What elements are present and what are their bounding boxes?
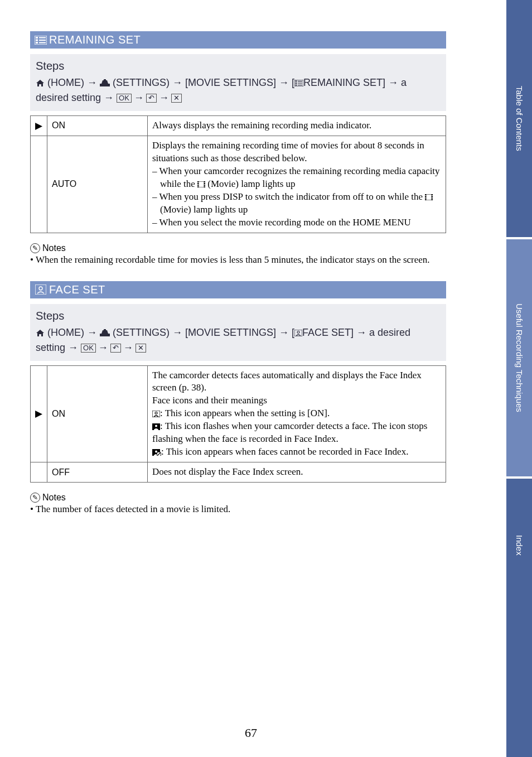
setting-desc: Displays the remaining recording time of…: [148, 136, 446, 233]
svg-point-41: [155, 412, 157, 414]
steps-path: (HOME) → (SETTINGS) → [MOVIE SETTINGS] →…: [36, 325, 441, 355]
svg-point-45: [155, 451, 157, 453]
svg-rect-1: [36, 37, 38, 38]
svg-rect-11: [298, 81, 302, 81]
setting-desc: Does not display the Face Index screen.: [148, 462, 446, 483]
svg-point-43: [155, 425, 157, 427]
table-row: OFF Does not display the Face Index scre…: [31, 462, 446, 483]
svg-rect-36: [100, 334, 110, 336]
notes-block-face: ✎ Notes The number of faces detected in …: [30, 493, 446, 515]
svg-rect-8: [104, 79, 106, 81]
notes-heading: ✎ Notes: [30, 243, 446, 253]
home-icon: [36, 329, 45, 337]
home-icon: [36, 79, 45, 87]
svg-rect-20: [197, 184, 199, 185]
tab-index[interactable]: Index: [506, 479, 532, 757]
steps-title: Steps: [36, 57, 441, 74]
setting-desc: The camcorder detects faces automaticall…: [148, 365, 446, 462]
setting-desc: Always displays the remaining recording …: [148, 116, 446, 136]
svg-rect-31: [432, 195, 433, 196]
setting-label: OFF: [47, 462, 148, 483]
svg-rect-19: [197, 182, 199, 183]
steps-path: (HOME) → (SETTINGS) → [MOVIE SETTINGS] →…: [36, 75, 441, 105]
svg-point-35: [39, 287, 42, 290]
table-row: ▶ ON Always displays the remaining recor…: [31, 116, 446, 136]
svg-rect-10: [296, 81, 297, 82]
face-set-table: ▶ ON The camcorder detects faces automat…: [30, 365, 446, 483]
notes-heading: ✎ Notes: [30, 493, 446, 503]
movie-list-icon: [35, 35, 47, 45]
close-button-icon: ✕: [171, 94, 182, 103]
face-blocked-icon: [152, 449, 161, 456]
svg-rect-32: [432, 197, 433, 197]
section-heading-remaining-set: REMAINING SET: [30, 31, 446, 49]
svg-rect-4: [39, 40, 46, 41]
svg-rect-37: [104, 329, 106, 331]
notes-block-remaining: ✎ Notes When the remaining recordable ti…: [30, 243, 446, 266]
tab-useful-recording-techniques[interactable]: Useful Recording Techniques: [506, 239, 532, 479]
settings-icon: [100, 79, 110, 87]
svg-rect-30: [425, 199, 427, 199]
table-row: AUTO Displays the remaining recording ti…: [31, 136, 446, 233]
svg-rect-21: [197, 186, 199, 186]
sidebar-tabs: Table of Contents Useful Recording Techn…: [506, 0, 532, 757]
face-solid-icon: [152, 423, 160, 430]
default-marker: ▶: [31, 365, 47, 462]
steps-box-face: Steps (HOME) → (SETTINGS) → [MOVIE SETTI…: [30, 304, 446, 361]
settings-icon: [100, 329, 110, 337]
svg-rect-3: [36, 39, 38, 41]
svg-rect-13: [298, 83, 302, 84]
section-heading-text: REMAINING SET: [49, 33, 141, 46]
svg-point-39: [297, 331, 299, 333]
default-marker: [31, 462, 47, 483]
face-outline-icon: [152, 411, 160, 417]
back-button-icon: ↶: [110, 344, 121, 353]
back-button-icon: ↶: [146, 94, 157, 103]
movie-icon: [197, 181, 205, 187]
note-item: The number of faces detected in a movie …: [30, 504, 446, 515]
svg-rect-12: [296, 83, 297, 84]
movie-list-small-icon: [294, 80, 303, 86]
face-small-icon: [294, 330, 302, 336]
default-marker: ▶: [31, 116, 47, 136]
svg-rect-28: [425, 195, 427, 196]
section-heading-text: FACE SET: [49, 283, 105, 296]
steps-title: Steps: [36, 307, 441, 324]
table-row: ▶ ON The camcorder detects faces automat…: [31, 365, 446, 462]
remaining-set-table: ▶ ON Always displays the remaining recor…: [30, 115, 446, 233]
default-marker: [31, 136, 47, 233]
setting-label: ON: [47, 365, 148, 462]
svg-rect-7: [100, 84, 110, 86]
svg-rect-33: [432, 199, 433, 199]
svg-rect-6: [39, 42, 46, 43]
section-heading-face-set: FACE SET: [30, 281, 446, 298]
tab-table-of-contents[interactable]: Table of Contents: [506, 0, 532, 239]
svg-rect-29: [425, 197, 427, 197]
face-icon: [35, 285, 47, 295]
note-icon: ✎: [30, 243, 40, 253]
ok-button-icon: OK: [81, 344, 96, 353]
setting-label: ON: [47, 116, 148, 136]
page-number: 67: [0, 726, 502, 740]
svg-rect-5: [36, 42, 38, 44]
svg-rect-2: [39, 37, 46, 38]
movie-icon: [425, 194, 433, 200]
close-button-icon: ✕: [136, 344, 146, 353]
note-icon: ✎: [30, 493, 40, 503]
setting-label: AUTO: [47, 136, 148, 233]
svg-rect-14: [296, 85, 297, 86]
steps-box-remaining: Steps (HOME) → (SETTINGS) → [MOVIE SETTI…: [30, 54, 446, 111]
svg-rect-34: [35, 285, 46, 295]
note-item: When the remaining recordable time for m…: [30, 254, 446, 266]
svg-rect-15: [298, 85, 302, 85]
ok-button-icon: OK: [117, 94, 132, 103]
